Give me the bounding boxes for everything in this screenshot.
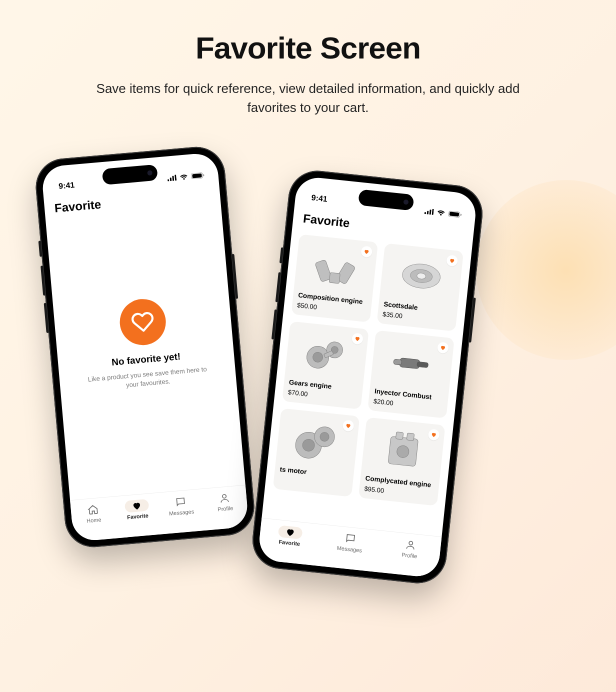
tab-messages[interactable]: Messages (319, 530, 381, 555)
svg-rect-0 (168, 180, 169, 182)
tab-messages-label: Messages (169, 508, 194, 516)
status-time: 9:41 (58, 180, 75, 191)
tab-favorite-label: Favorite (127, 512, 149, 520)
svg-rect-8 (424, 212, 426, 214)
product-name: ts motor (280, 466, 349, 481)
cellular-signal-icon (167, 175, 176, 182)
svg-rect-1 (170, 178, 172, 181)
phone-mock-grid: 9:41 Favorite (250, 168, 485, 586)
messages-icon (174, 496, 186, 508)
empty-state-title: No favorite yet! (111, 351, 181, 368)
tab-home-label: Home (86, 516, 102, 524)
product-image (299, 240, 372, 295)
svg-point-37 (408, 542, 412, 546)
product-image (376, 336, 449, 391)
svg-rect-28 (394, 360, 402, 366)
cellular-signal-icon (424, 208, 434, 216)
tab-favorite-label: Favorite (278, 539, 300, 547)
svg-point-7 (222, 494, 226, 498)
tab-profile[interactable]: Profile (202, 490, 248, 514)
svg-rect-11 (432, 209, 434, 215)
status-time: 9:41 (311, 194, 328, 204)
wifi-icon (179, 174, 188, 181)
tab-profile-label: Profile (402, 552, 418, 559)
heart-icon (124, 499, 150, 513)
battery-icon (448, 211, 462, 218)
svg-rect-14 (460, 214, 462, 216)
empty-state-subtitle: Like a product you see save them here to… (87, 365, 208, 394)
page-title: Favorite Screen (0, 30, 616, 66)
phone-mock-empty: 9:41 Favorite No f (34, 144, 257, 550)
svg-rect-9 (427, 211, 429, 214)
tab-favorite[interactable]: Favorite (114, 498, 160, 522)
product-card[interactable]: Complycated engine $95.00 (358, 418, 446, 506)
tab-favorite[interactable]: Favorite (259, 524, 321, 549)
svg-rect-17 (329, 272, 340, 284)
tab-home[interactable]: Home (70, 502, 116, 526)
tab-messages-label: Messages (336, 545, 362, 554)
profile-icon (404, 538, 416, 552)
svg-rect-15 (315, 260, 332, 282)
profile-icon (218, 492, 230, 505)
product-image (384, 249, 458, 304)
svg-rect-27 (417, 362, 428, 368)
svg-rect-35 (406, 434, 414, 441)
product-card[interactable]: Gears engine $70.00 (282, 322, 369, 410)
heart-icon (278, 526, 303, 540)
page-subtitle: Save items for quick reference, view det… (93, 80, 523, 117)
product-card[interactable]: Scottsdale $35.00 (376, 244, 464, 332)
product-card[interactable]: ts motor (273, 408, 360, 497)
home-icon (87, 504, 99, 516)
svg-rect-6 (203, 174, 204, 176)
wifi-icon (436, 210, 446, 216)
svg-rect-10 (430, 210, 432, 215)
svg-rect-3 (174, 175, 176, 181)
tab-profile[interactable]: Profile (379, 536, 441, 562)
battery-icon (191, 172, 204, 180)
svg-rect-34 (396, 432, 403, 440)
svg-rect-5 (192, 174, 202, 178)
favorites-grid: Composition engine $50.00 Scottsdale $35… (262, 230, 472, 537)
tab-messages[interactable]: Messages (158, 494, 204, 518)
empty-heart-icon (118, 298, 168, 348)
product-card[interactable]: Composition engine $50.00 (291, 234, 378, 323)
messages-icon (344, 532, 356, 546)
product-image (366, 423, 440, 478)
svg-rect-2 (172, 176, 174, 181)
tab-profile-label: Profile (218, 505, 234, 512)
product-card[interactable]: Inyector Combust $20.00 (368, 330, 454, 419)
product-image (290, 327, 364, 382)
svg-rect-13 (450, 212, 460, 217)
product-image (280, 414, 354, 469)
